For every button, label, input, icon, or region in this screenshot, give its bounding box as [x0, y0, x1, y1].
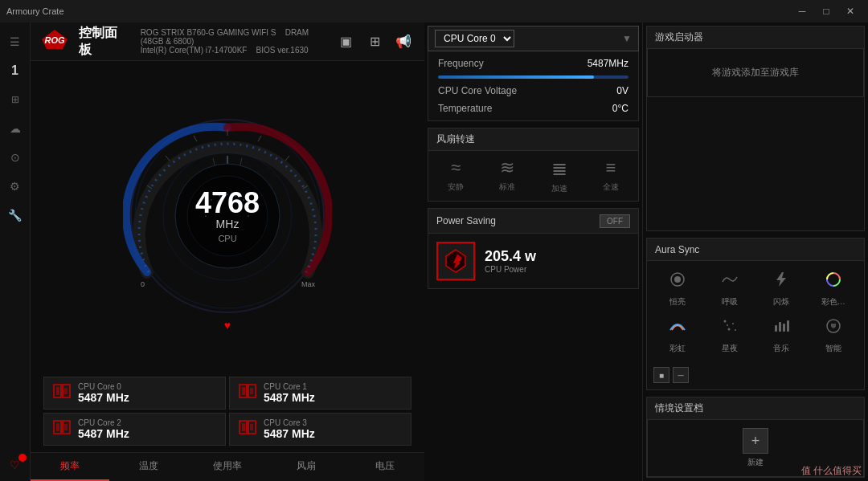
- svg-point-47: [674, 276, 681, 283]
- svg-point-50: [723, 320, 726, 323]
- aura-music-icon: [772, 317, 790, 340]
- freq-label: Frequency: [438, 58, 551, 69]
- fan-silent-label: 安静: [448, 181, 464, 193]
- sidebar-narrow: ☰ 1 ⊞ ☁ ⊙ ⚙ 🔧 ♡: [0, 22, 31, 481]
- header-bar: ROG 控制面板 ROG STRIX B760-G GAMING WIFI S …: [31, 22, 424, 61]
- header-icon-grid[interactable]: ⊞: [363, 31, 386, 53]
- sidebar-item-menu[interactable]: ☰: [2, 29, 28, 55]
- aura-item-colorful[interactable]: 彩色…: [809, 267, 858, 311]
- fan-full-icon: ≡: [605, 157, 616, 178]
- aura-sync-header: Aura Sync: [647, 238, 864, 261]
- aura-music-label: 音乐: [773, 343, 789, 354]
- tab-fan[interactable]: 风扇: [267, 453, 346, 481]
- sidebar-item-cloud[interactable]: ☁: [2, 116, 28, 141]
- profile-add-button[interactable]: + 新建: [743, 428, 768, 468]
- svg-rect-37: [56, 423, 59, 431]
- aura-item-constant[interactable]: 恒亮: [653, 267, 702, 311]
- close-button[interactable]: ✕: [839, 0, 862, 22]
- power-title: Power Saving: [436, 215, 496, 226]
- power-header: Power Saving OFF: [428, 208, 639, 234]
- core-icon-2: [52, 419, 72, 439]
- maximize-button[interactable]: □: [815, 0, 837, 22]
- sidebar-item-circle[interactable]: ⊙: [2, 145, 28, 170]
- aura-item-flash[interactable]: 闪烁: [757, 267, 806, 311]
- titlebar: Armoury Crate ─ □ ✕: [0, 0, 868, 22]
- aura-sync-title: Aura Sync: [655, 244, 699, 255]
- power-body: 205.4 w CPU Power: [428, 234, 639, 289]
- gauge-label: CPU: [195, 234, 260, 243]
- aura-item-smart[interactable]: 智能: [809, 314, 858, 357]
- power-watts: 205.4 w: [485, 248, 536, 265]
- svg-point-53: [735, 329, 736, 331]
- sidebar-item-wrench[interactable]: 🔧: [2, 202, 28, 228]
- power-icon-box: [436, 242, 475, 280]
- right-panel: CPU Core 0 CPU Core 1 CPU Core 2 CPU Cor…: [424, 22, 868, 481]
- game-add-text[interactable]: 将游戏添加至游戏库: [712, 66, 799, 79]
- svg-point-51: [732, 323, 734, 324]
- temp-row: Temperature 0°C: [438, 103, 628, 114]
- tab-temp[interactable]: 温度: [109, 453, 188, 481]
- fan-turbo-label: 加速: [551, 183, 567, 194]
- profile-section-header: 情境设置档: [647, 397, 864, 420]
- sidebar-item-1[interactable]: 1: [2, 58, 28, 84]
- svg-text:ROG: ROG: [44, 35, 65, 45]
- temp-label: Temperature: [438, 103, 551, 114]
- aura-breathe-label: 呼吸: [722, 296, 738, 308]
- svg-rect-56: [779, 322, 781, 332]
- aura-item-starnight[interactable]: 星夜: [706, 314, 755, 357]
- aura-flash-label: 闪烁: [773, 296, 789, 308]
- svg-line-10: [285, 156, 289, 161]
- fan-section: 风扇转速 ≈ 安静 ≋ 标准 ≣ 加速: [428, 128, 639, 202]
- svg-rect-58: [787, 320, 789, 332]
- cpu-core-dropdown[interactable]: CPU Core 0 CPU Core 1 CPU Core 2 CPU Cor…: [435, 30, 514, 47]
- tab-voltage[interactable]: 电压: [346, 453, 424, 481]
- tab-freq[interactable]: 频率: [31, 453, 109, 481]
- svg-rect-39: [64, 424, 68, 430]
- gauge-area: 0 Max: [31, 61, 424, 370]
- svg-rect-33: [242, 387, 245, 395]
- svg-line-12: [194, 136, 197, 141]
- cpu-header: CPU Core 0 CPU Core 1 CPU Core 2 CPU Cor…: [428, 26, 639, 51]
- svg-text:Max: Max: [301, 280, 316, 288]
- svg-line-9: [258, 136, 261, 141]
- header-icon-speaker[interactable]: 📢: [392, 31, 415, 53]
- aura-flash-icon: [772, 271, 790, 293]
- fan-option-full[interactable]: ≡ 全速: [603, 157, 619, 194]
- aura-smart-label: 智能: [825, 343, 841, 354]
- sidebar-item-heart[interactable]: ♡: [2, 452, 28, 478]
- rog-power-icon: [443, 248, 469, 274]
- game-launcher-header: 游戏启动器: [647, 26, 864, 49]
- gauge-container: 0 Max: [123, 112, 332, 320]
- aura-ctrl-btn-1[interactable]: ■: [653, 367, 669, 383]
- fan-standard-icon: ≋: [500, 157, 514, 178]
- profile-title: 情境设置档: [655, 402, 703, 415]
- fan-option-silent[interactable]: ≈ 安静: [448, 157, 464, 194]
- aura-item-breathe[interactable]: 呼吸: [706, 267, 755, 311]
- cpu-core-section: CPU Core 0 CPU Core 1 CPU Core 2 CPU Cor…: [428, 26, 639, 121]
- right-col-right: 游戏启动器 将游戏添加至游戏库 Aura Sync: [643, 22, 868, 481]
- minimize-button[interactable]: ─: [791, 0, 813, 22]
- core-info-2: CPU Core 2 5487 MHz: [78, 418, 129, 440]
- aura-constant-label: 恒亮: [669, 296, 686, 308]
- power-toggle-button[interactable]: OFF: [600, 214, 630, 228]
- power-info: 205.4 w CPU Power: [485, 248, 536, 274]
- power-sub: CPU Power: [485, 265, 536, 274]
- aura-item-rainbow[interactable]: 彩虹: [653, 314, 702, 357]
- core-cards: CPU Core 0 5487 MHz CPU Core 1 5487 MHz: [31, 370, 424, 452]
- aura-sync-section: Aura Sync 恒亮: [646, 238, 865, 390]
- aura-item-music[interactable]: 音乐: [757, 314, 806, 357]
- svg-rect-30: [60, 385, 63, 397]
- tab-usage[interactable]: 使用率: [188, 453, 267, 481]
- core-name-1: CPU Core 1: [264, 382, 315, 391]
- aura-ctrl-btn-2[interactable]: ─: [673, 367, 689, 383]
- core-card-1: CPU Core 1 5487 MHz: [229, 377, 411, 410]
- header-icons: ▣ ⊞ 📢: [334, 31, 415, 53]
- fan-option-standard[interactable]: ≋ 标准: [499, 157, 515, 194]
- sidebar-item-grid[interactable]: ⊞: [2, 87, 28, 112]
- svg-rect-41: [242, 423, 245, 431]
- fan-option-turbo[interactable]: ≣ 加速: [551, 157, 567, 194]
- header-icon-display[interactable]: ▣: [334, 31, 357, 53]
- svg-rect-31: [64, 388, 68, 394]
- svg-point-52: [727, 328, 730, 331]
- sidebar-item-tools[interactable]: ⚙: [2, 173, 28, 199]
